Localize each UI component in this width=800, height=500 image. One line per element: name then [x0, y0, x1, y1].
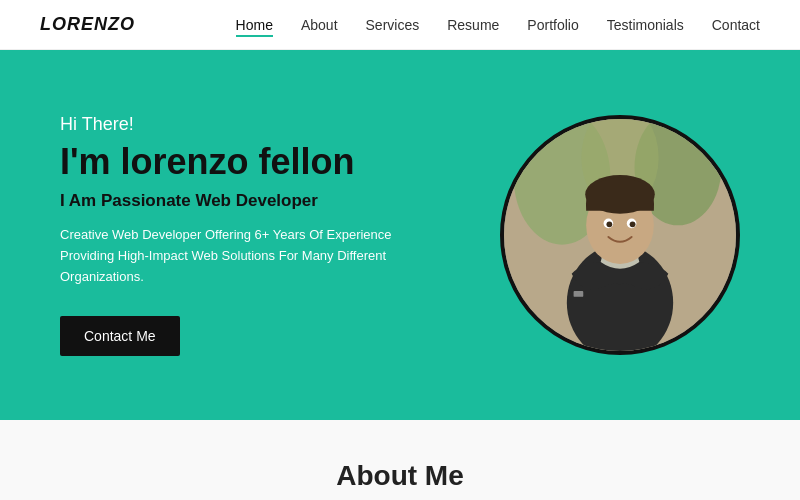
hero-description: Creative Web Developer Offering 6+ Years…: [60, 225, 440, 287]
about-title: About Me: [0, 460, 800, 492]
nav-item-testimonials[interactable]: Testimonials: [607, 16, 684, 34]
svg-point-11: [630, 221, 636, 227]
portrait-illustration: [504, 119, 736, 351]
nav-item-contact[interactable]: Contact: [712, 16, 760, 34]
hero-content: Hi There! I'm lorenzo fellon I Am Passio…: [60, 114, 500, 355]
hero-greeting: Hi There!: [60, 114, 500, 135]
hero-title-prefix: I Am Passionate: [60, 191, 195, 210]
about-section: About Me KNOW ABOUT ME: [0, 420, 800, 500]
svg-point-10: [606, 221, 612, 227]
nav-item-resume[interactable]: Resume: [447, 16, 499, 34]
nav-link-testimonials[interactable]: Testimonials: [607, 17, 684, 33]
nav-item-services[interactable]: Services: [366, 16, 420, 34]
nav-link-resume[interactable]: Resume: [447, 17, 499, 33]
nav-item-portfolio[interactable]: Portfolio: [527, 16, 578, 34]
nav-link-home[interactable]: Home: [236, 17, 273, 37]
contact-me-button[interactable]: Contact Me: [60, 316, 180, 356]
hero-name: I'm lorenzo fellon: [60, 141, 500, 183]
nav-item-about[interactable]: About: [301, 16, 338, 34]
nav-item-home[interactable]: Home: [236, 16, 273, 34]
nav-link-contact[interactable]: Contact: [712, 17, 760, 33]
hero-section: Hi There! I'm lorenzo fellon I Am Passio…: [0, 50, 800, 420]
svg-rect-12: [574, 291, 584, 297]
navbar: LORENZO Home About Services Resume Portf…: [0, 0, 800, 50]
nav-link-about[interactable]: About: [301, 17, 338, 33]
hero-title-highlight: Web Developer: [195, 191, 318, 210]
hero-portrait: [500, 115, 740, 355]
nav-link-portfolio[interactable]: Portfolio: [527, 17, 578, 33]
site-logo[interactable]: LORENZO: [40, 14, 135, 35]
hero-title: I Am Passionate Web Developer: [60, 191, 500, 211]
nav-link-services[interactable]: Services: [366, 17, 420, 33]
nav-links: Home About Services Resume Portfolio Tes…: [236, 16, 760, 34]
